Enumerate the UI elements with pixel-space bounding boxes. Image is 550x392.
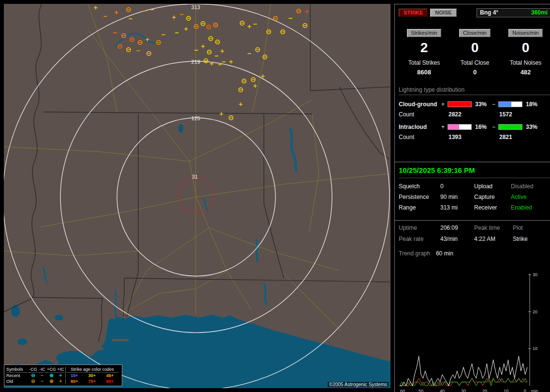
intracloud-label: Intracloud — [399, 124, 441, 130]
legend-header-row: Symbols -CG -IC +CG +IC Strike age color… — [6, 366, 119, 373]
range-ring-label: 31 — [192, 174, 198, 180]
age-30-label: 30+ — [83, 373, 101, 378]
ic-pos-count: 1393 — [448, 134, 492, 140]
upload-status: Disabled — [511, 183, 550, 190]
plot-value: Strike — [513, 236, 550, 242]
rate-columns: Strikes/min 2 Total Strikes 8608 Close/m… — [399, 29, 550, 76]
strikes-per-min-value: 2 — [399, 40, 449, 56]
ic-pos-percent: 16% — [473, 124, 492, 130]
age-45-label: 45+ — [101, 373, 119, 378]
ic-neg-symbol-icon: − — [38, 373, 47, 378]
receiver-label: Receiver — [474, 204, 511, 211]
strikes-rate-column: Strikes/min 2 Total Strikes 8608 — [399, 29, 449, 76]
map-container[interactable]: 31321912531 Symbols -CG -IC +CG +IC Stri… — [4, 4, 391, 388]
trend-x-tick-label: 40 — [440, 389, 445, 392]
cg-pos-sign: + — [441, 101, 448, 108]
peak-time-label: Peak time — [474, 224, 513, 231]
legend-old-row: Old ⊖ − ⊕ + 60+ 75+ 90+ — [6, 378, 119, 384]
bearing-range-display: Bng 4° 360mi — [477, 8, 550, 17]
capture-label: Capture — [474, 194, 511, 200]
age-90-label: 90+ — [101, 379, 119, 384]
strike-indicator[interactable]: STRIKE — [399, 9, 428, 17]
squelch-value: 0 — [440, 183, 474, 190]
age-75-label: 75+ — [83, 379, 101, 384]
strike-stats-panel: STRIKE NOISE Bng 4° 360mi Strikes/min 2 … — [394, 4, 550, 166]
indicator-row: STRIKE NOISE Bng 4° 360mi — [399, 8, 550, 17]
ic-neg-gauge — [498, 124, 522, 130]
range-label: Range — [399, 204, 440, 211]
close-per-min-button[interactable]: Close/min — [459, 29, 491, 37]
cg-neg-gauge-fill — [499, 102, 511, 107]
total-strikes-label: Total Strikes — [399, 59, 449, 66]
total-noises-label: Total Noises — [500, 59, 550, 66]
trend-y-tick-label: 10 — [533, 346, 537, 351]
close-per-min-value: 0 — [449, 40, 500, 56]
cg-neg-gauge — [498, 101, 522, 107]
uptime-value: 206:09 — [440, 224, 474, 231]
receiver-status: Enabled — [511, 204, 550, 211]
uptime-label: Uptime — [399, 224, 440, 231]
sidebar: STRIKE NOISE Bng 4° 360mi Strikes/min 2 … — [394, 4, 547, 388]
persistence-value: 90 min — [440, 194, 474, 200]
noises-rate-column: Noises/min 0 Total Noises 482 — [500, 29, 550, 76]
noise-indicator[interactable]: NOISE — [430, 9, 456, 17]
plot-label: Plot — [513, 224, 550, 231]
trend-series-ic-rate — [400, 378, 527, 386]
ic-count-label: Count — [399, 134, 441, 140]
peak-rate-value: 43/min — [440, 236, 474, 242]
trend-window-value: 60 min — [436, 250, 453, 257]
cloud-ground-count-row: Count 2822 1572 — [399, 111, 550, 118]
trend-graph-label: Trend graph — [399, 250, 430, 257]
map-display[interactable]: 31321912531 — [4, 4, 391, 388]
cg-pos-symbol-icon: ⊕ — [47, 373, 56, 378]
close-rate-column: Close/min 0 Total Close 0 — [449, 29, 500, 76]
total-strikes-value: 8608 — [399, 69, 449, 76]
peak-time-value: 4:22 AM — [474, 236, 513, 242]
cloud-ground-row: Cloud-ground + 33% − 18% — [399, 101, 550, 108]
capture-status: Active — [511, 194, 550, 200]
noises-per-min-button[interactable]: Noises/min — [508, 29, 542, 37]
legend-type-cg-pos-header: +CG — [47, 367, 56, 372]
trend-x-tick-label: 0 — [523, 389, 526, 392]
noises-per-min-value: 0 — [500, 40, 550, 56]
cg-pos-gauge-fill — [448, 102, 471, 107]
persistence-label: Persistence — [399, 194, 440, 200]
ic-neg-symbol-icon: − — [38, 379, 47, 384]
cg-pos-symbol-icon: ⊕ — [47, 379, 56, 384]
strikes-per-min-button[interactable]: Strikes/min — [407, 29, 441, 37]
ic-neg-percent: 33% — [523, 124, 540, 130]
trend-panel: Uptime 206:09 Peak time Plot Peak rate 4… — [394, 220, 550, 392]
legend-recent-row: Recent ⊖ − ⊕ + 15+ 30+ 45+ — [6, 373, 119, 378]
cg-neg-symbol-icon: ⊖ — [29, 379, 38, 384]
trend-y-tick-label: 20 — [533, 309, 537, 314]
trend-x-tick-label: 60 — [400, 389, 405, 392]
bearing-value: Bng 4° — [480, 9, 498, 16]
squelch-label: Squelch — [399, 183, 440, 190]
ic-pos-sign: + — [441, 124, 448, 130]
cg-neg-count: 1572 — [498, 111, 540, 118]
status-panel: 10/25/2025 6:39:16 PM Squelch 0 Upload D… — [394, 162, 550, 227]
ic-neg-sign: − — [492, 124, 498, 130]
lightning-monitor-app: 31321912531 Symbols -CG -IC +CG +IC Stri… — [0, 0, 550, 392]
map-legend: Symbols -CG -IC +CG +IC Strike age color… — [4, 364, 122, 386]
cg-neg-symbol-icon: ⊖ — [29, 373, 38, 378]
legend-symbols-header: Symbols — [6, 367, 29, 372]
range-display-value: 360mi — [531, 9, 548, 16]
peak-rate-label: Peak rate — [399, 236, 440, 242]
cg-count-label: Count — [399, 111, 441, 118]
cloud-ground-label: Cloud-ground — [399, 101, 441, 108]
range-value: 313 mi — [440, 204, 474, 211]
intracloud-count-row: Count 1393 2821 — [399, 134, 550, 140]
range-ring-label: 219 — [191, 59, 200, 65]
legend-type-ic-pos-header: +IC — [56, 367, 65, 372]
ic-neg-count: 2821 — [498, 134, 540, 140]
legend-type-ic-neg-header: -IC — [38, 367, 47, 372]
trend-x-tick-label: 30 — [461, 389, 466, 392]
ic-neg-gauge-fill — [499, 125, 522, 129]
cg-pos-percent: 33% — [473, 101, 492, 108]
ic-pos-gauge — [448, 124, 472, 130]
legend-age-header: Strike age color codes — [65, 367, 119, 372]
trend-x-unit-label: min — [531, 389, 538, 392]
total-noises-value: 482 — [500, 69, 550, 76]
total-close-label: Total Close — [449, 59, 500, 66]
